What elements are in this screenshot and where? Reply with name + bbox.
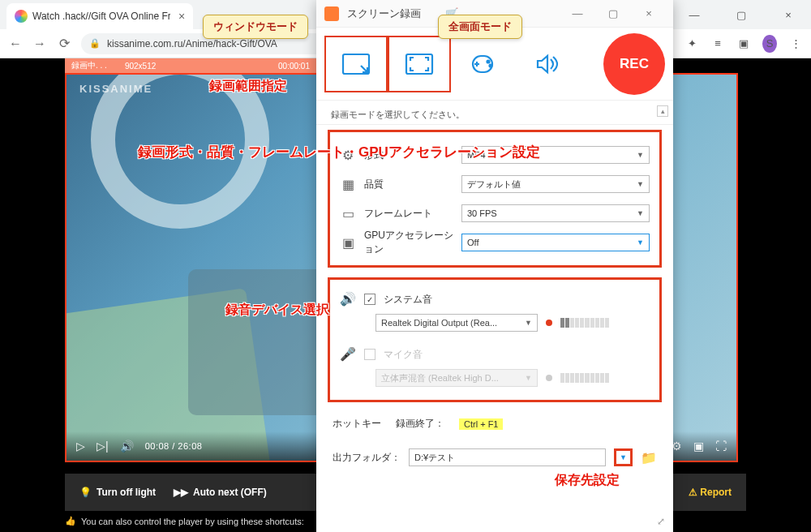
svg-point-2 <box>487 60 490 62</box>
next-icon[interactable]: ▷| <box>97 440 109 453</box>
browser-maximize-icon[interactable]: ▢ <box>725 9 757 21</box>
turn-off-light-button[interactable]: 💡 Turn off light <box>79 487 156 498</box>
app-maximize-icon[interactable]: ▢ <box>597 4 629 24</box>
output-folder-row: 出力フォルダ： D:¥テスト ▼ 📁 <box>316 440 673 476</box>
recorder-app-window: スクリーン録画 🛒 — ▢ × REC 録画モードを選択してください。 ▴ ⚙ <box>316 0 673 532</box>
output-folder-dropdown[interactable]: ▼ <box>614 448 633 466</box>
fullscreen-icon[interactable]: ⛶ <box>715 440 727 453</box>
grid-icon: ▦ <box>340 176 356 192</box>
app-icon <box>324 6 339 21</box>
system-level-meter <box>560 318 609 328</box>
quality-select[interactable]: デフォルト値▼ <box>461 175 650 193</box>
audio-mode-button[interactable] <box>514 36 577 92</box>
tab-title: Watch .hack//Gift OVA Online Fre <box>32 11 170 22</box>
format-label: 形式 <box>364 148 453 162</box>
format-select[interactable]: MP4▼ <box>461 146 650 164</box>
chip-icon: ▣ <box>340 234 356 251</box>
svg-point-3 <box>490 64 492 66</box>
equalizer-icon[interactable]: ≡ <box>710 37 725 49</box>
app-title: スクリーン録画 <box>347 6 421 21</box>
app-content: ⚙ 形式 MP4▼ ▦ 品質 デフォルト値▼ ▭ フレームレート 30 FPS▼… <box>316 125 673 532</box>
expand-icon[interactable]: ⤢ <box>657 516 670 529</box>
hotkey-value: Ctrl + F1 <box>459 418 503 430</box>
user-avatar[interactable]: S <box>762 35 777 53</box>
fps-row: ▭ フレームレート 30 FPS▼ <box>340 199 650 228</box>
format-settings-section: ⚙ 形式 MP4▼ ▦ 品質 デフォルト値▼ ▭ フレームレート 30 FPS▼… <box>328 130 662 268</box>
auto-next-button[interactable]: ▶▶ Auto next (OFF) <box>174 487 267 498</box>
video-watermark: KISSANIME <box>79 83 152 95</box>
gpu-label: GPUアクセラレーション <box>364 229 453 256</box>
scroll-up-icon[interactable]: ▴ <box>657 105 668 117</box>
callout-window-mode: ウィンドウモード <box>203 15 308 39</box>
forward-icon[interactable]: → <box>32 36 47 51</box>
mic-device-select: 立体声混音 (Realtek High D...▼ <box>375 369 538 387</box>
browser-window-controls: — ▢ × <box>678 9 805 21</box>
recording-status-bar: 録画中. . . 902x512 00:00:01 <box>65 58 316 73</box>
stop-record-label: 録画終了： <box>396 417 444 431</box>
browser-close-icon[interactable]: × <box>772 9 805 21</box>
record-button[interactable]: REC <box>603 33 665 95</box>
mic-device-row: 立体声混音 (Realtek High D...▼ <box>375 369 650 387</box>
hotkey-row: ホットキー 録画終了： Ctrl + F1 ⤢ <box>316 407 673 440</box>
system-audio-label: システム音 <box>384 293 432 307</box>
fps-select[interactable]: 30 FPS▼ <box>461 204 650 222</box>
output-folder-label: 出力フォルダ： <box>333 451 401 465</box>
audio-settings-section: 🔊 ✓ システム音 Realtek Digital Output (Rea...… <box>328 277 662 402</box>
recording-status: 録画中. . . <box>71 60 107 71</box>
reload-icon[interactable]: ⟳ <box>57 36 71 51</box>
speaker-icon: 🔊 <box>340 291 356 307</box>
volume-icon[interactable]: 🔊 <box>120 440 134 453</box>
system-device-select[interactable]: Realtek Digital Output (Rea...▼ <box>375 314 538 332</box>
mic-audio-checkbox[interactable] <box>364 349 375 360</box>
mic-rec-indicator-icon <box>546 375 552 381</box>
system-rec-indicator-icon <box>546 320 552 326</box>
app-close-icon[interactable]: × <box>633 4 665 24</box>
browser-minimize-icon[interactable]: — <box>678 9 710 21</box>
url-text: kissanime.com.ru/Anime/hack-Gift/OVA <box>107 38 277 49</box>
play-icon[interactable]: ▷ <box>76 440 85 453</box>
menu-icon[interactable]: ⋮ <box>788 37 803 49</box>
recording-time: 00:00:01 <box>278 62 310 71</box>
quality-label: 品質 <box>364 178 453 191</box>
fps-label: フレームレート <box>364 207 453 221</box>
system-device-row: Realtek Digital Output (Rea...▼ <box>375 314 650 332</box>
folder-icon[interactable]: 📁 <box>641 450 657 466</box>
shortcuts-hint: 👍 You can also control the player by usi… <box>65 516 304 526</box>
callout-fullscreen-mode: 全画面モード <box>438 15 522 39</box>
mic-level-meter <box>560 373 609 383</box>
window-mode-button[interactable] <box>324 36 388 92</box>
film-icon: ▭ <box>340 205 356 221</box>
format-row: ⚙ 形式 MP4▼ <box>340 140 650 169</box>
system-audio-row: 🔊 ✓ システム音 <box>340 291 650 307</box>
hotkey-label: ホットキー <box>333 417 381 431</box>
quality-row: ▦ 品質 デフォルト値▼ <box>340 169 650 199</box>
app-minimize-icon[interactable]: — <box>561 4 594 24</box>
mic-icon: 🎤 <box>340 346 356 363</box>
pip-icon[interactable]: ▣ <box>693 440 704 453</box>
app-window-controls: — ▢ × <box>561 4 665 24</box>
system-audio-checkbox[interactable]: ✓ <box>364 294 375 305</box>
mic-audio-label: マイク音 <box>384 348 423 362</box>
video-time: 00:08 / 26:08 <box>145 441 203 451</box>
window-icon[interactable]: ▣ <box>736 37 751 49</box>
tab-close-icon[interactable]: × <box>178 10 185 23</box>
report-button[interactable]: ⚠ Report <box>689 487 732 498</box>
tab-favicon-icon <box>15 10 28 23</box>
back-icon[interactable]: ← <box>8 36 23 51</box>
recording-dimensions: 902x512 <box>125 62 156 71</box>
mic-audio-row: 🎤 マイク音 <box>340 346 650 363</box>
puzzle-icon[interactable]: ✦ <box>684 37 699 49</box>
game-mode-button[interactable] <box>451 36 514 92</box>
fullscreen-mode-button[interactable] <box>388 36 451 92</box>
gear-icon: ⚙ <box>340 147 356 163</box>
mode-message: 録画モードを選択してください。 ▴ <box>316 101 673 125</box>
gpu-row: ▣ GPUアクセラレーション Off▼ <box>340 228 650 257</box>
lock-icon: 🔒 <box>89 38 101 49</box>
gpu-select[interactable]: Off▼ <box>461 234 650 251</box>
browser-tab[interactable]: Watch .hack//Gift OVA Online Fre × <box>6 3 193 29</box>
output-folder-input[interactable]: D:¥テスト <box>409 448 606 466</box>
